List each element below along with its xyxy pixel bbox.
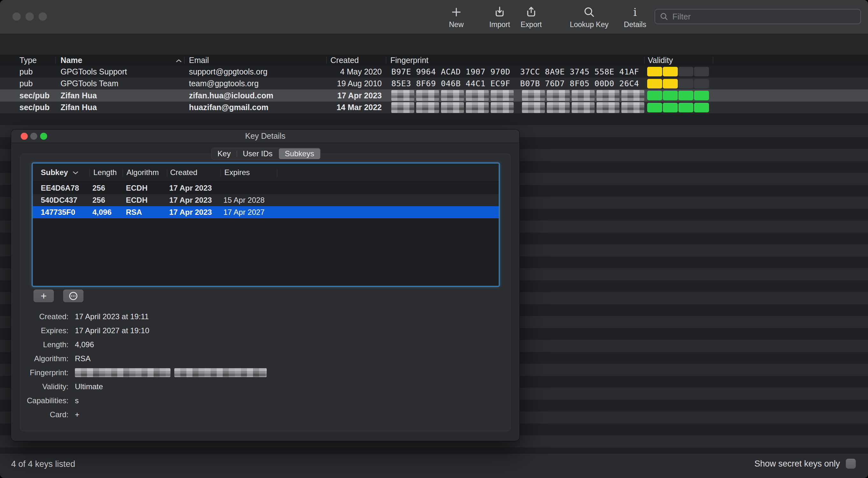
column-header-email[interactable]: Email [189, 55, 209, 66]
plus-icon: + [41, 291, 47, 301]
tab-bar: Key User IDs Subkeys [211, 148, 321, 160]
key-details-titlebar: Key Details [11, 130, 519, 143]
column-header-fingerprint[interactable]: Fingerprint [390, 55, 429, 66]
filter-input[interactable] [672, 11, 856, 22]
column-header-type[interactable]: Type [20, 55, 37, 66]
column-header-created[interactable]: Created [331, 55, 359, 66]
plus-icon [432, 4, 480, 20]
key-row-gpgtools-team[interactable]: pub GPGTools Team team@gpgtools.org 19 A… [0, 78, 868, 90]
tab-key[interactable]: Key [212, 148, 237, 160]
close-window-button[interactable] [12, 12, 21, 21]
validity-bar [647, 66, 709, 78]
new-button[interactable]: New [432, 4, 480, 29]
tab-user-ids[interactable]: User IDs [237, 148, 279, 160]
minimize-window-button[interactable] [26, 12, 34, 21]
add-subkey-button[interactable]: + [33, 289, 54, 302]
column-separator [90, 169, 90, 177]
gpg-keychain-window: New Import Export [0, 0, 868, 478]
subkey-row-EE4D6A78[interactable]: EE4D6A78 256 ECDH 17 Apr 2023 [33, 182, 499, 194]
show-secret-keys-label: Show secret keys only [754, 459, 840, 469]
ellipsis-circle-icon [68, 291, 78, 301]
detail-expires: Expires: 17 April 2027 at 19:10 [11, 323, 330, 338]
sort-descending-icon [72, 168, 79, 177]
subkey-table-header: Subkey Length Algorithm Created Expires [33, 164, 499, 182]
zoom-dialog-button[interactable] [40, 133, 47, 140]
column-separator [326, 57, 327, 64]
subkey-column-header[interactable]: Subkey [41, 164, 79, 181]
subkey-row-540DC437[interactable]: 540DC437 256 ECDH 17 Apr 2023 15 Apr 202… [33, 194, 499, 206]
toolbar: New Import Export [0, 0, 868, 34]
tray-arrow-up-icon [507, 4, 555, 20]
column-separator [386, 57, 386, 64]
validity-bar [647, 102, 709, 113]
column-separator [123, 169, 123, 177]
redacted-fingerprint [391, 90, 644, 102]
algorithm-column-header[interactable]: Algorithm [126, 164, 159, 181]
detail-length: Length: 4,096 [11, 338, 330, 352]
key-row-zifan-icloud-selected[interactable]: sec/pub Zifan Hua zifan.hua@icloud.com 1… [0, 90, 868, 102]
export-button[interactable]: Export [507, 4, 555, 29]
zoom-window-button[interactable] [38, 12, 47, 21]
close-dialog-button[interactable] [21, 133, 28, 140]
search-icon [660, 12, 669, 21]
details-button[interactable]: i Details [611, 4, 659, 29]
detail-card: Card: + [11, 408, 330, 422]
show-secret-keys-checkbox[interactable] [846, 458, 856, 469]
status-bar: 4 of 4 keys listed Show secret keys only [0, 453, 868, 478]
detail-algorithm: Algorithm: RSA [11, 352, 330, 366]
column-separator [644, 57, 645, 64]
detail-created: Created: 17 April 2023 at 19:11 [11, 310, 330, 323]
column-separator [184, 57, 185, 64]
redacted-fingerprint [391, 102, 644, 113]
sort-ascending-icon [171, 55, 182, 66]
filter-field[interactable] [654, 9, 861, 24]
detail-fingerprint: Fingerprint: [11, 366, 330, 380]
toolbar-gap-band [0, 34, 868, 55]
subkey-row-147735F0-selected[interactable]: 147735F0 4,096 RSA 17 Apr 2023 17 Apr 20… [33, 206, 499, 218]
subkey-actions-button[interactable] [63, 289, 84, 302]
detail-validity: Validity: Ultimate [11, 380, 330, 394]
details-label: Details [611, 21, 659, 29]
expires-column-header[interactable]: Expires [224, 164, 250, 181]
magnifier-icon [565, 4, 613, 20]
key-details-title: Key Details [11, 130, 519, 143]
export-label: Export [507, 21, 555, 29]
subkey-table[interactable]: Subkey Length Algorithm Created Expires … [33, 164, 499, 286]
validity-bar [647, 90, 709, 102]
detail-capabilities: Capabilities: s [11, 394, 330, 408]
tab-subkeys[interactable]: Subkeys [279, 148, 320, 159]
created-column-header[interactable]: Created [170, 164, 197, 181]
redacted-fingerprint [75, 368, 267, 377]
column-separator [713, 57, 713, 64]
length-column-header[interactable]: Length [93, 164, 117, 181]
lookup-key-label: Lookup Key [565, 21, 613, 29]
keys-count-text: 4 of 4 keys listed [11, 459, 75, 469]
screen: New Import Export [0, 0, 868, 478]
lookup-key-button[interactable]: Lookup Key [565, 4, 613, 29]
column-header-name[interactable]: Name [61, 55, 82, 66]
subkey-details: Created: 17 April 2023 at 19:11 Expires:… [11, 310, 330, 422]
key-row-zifan-gmail[interactable]: sec/pub Zifan Hua huazifan@gmail.com 14 … [0, 102, 868, 113]
key-details-window: Key Details Key User IDs Subkeys Subkey … [11, 130, 519, 441]
column-header-validity[interactable]: Validity [648, 55, 673, 66]
validity-bar [647, 78, 709, 90]
column-separator [277, 169, 277, 177]
column-separator [220, 169, 221, 177]
key-row-gpgtools-support[interactable]: pub GPGTools Support support@gpgtools.or… [0, 66, 868, 78]
key-table-header: Type Name Email Created Fingerprint Vali… [0, 55, 868, 66]
info-icon: i [611, 4, 659, 20]
minimize-dialog-button [30, 133, 37, 140]
new-label: New [432, 21, 480, 29]
